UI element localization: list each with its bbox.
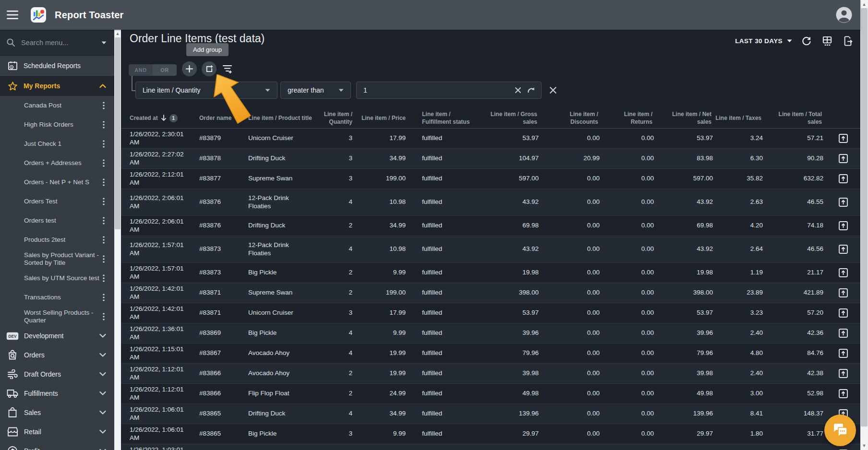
sidebar-report-item[interactable]: High Risk Orders — [0, 115, 114, 134]
add-quick-filter-button[interactable] — [221, 63, 234, 75]
and-or-toggle[interactable]: AND OR — [129, 64, 177, 76]
kebab-menu-icon[interactable] — [99, 158, 108, 168]
cell-gross-sales: 53.97 — [480, 132, 541, 144]
export-report-icon[interactable] — [842, 35, 855, 47]
kebab-menu-icon[interactable] — [99, 311, 108, 322]
filter-value-input[interactable]: 1 — [356, 82, 542, 99]
chevron-down-icon[interactable] — [101, 41, 107, 45]
sidebar-report-item[interactable]: Orders test — [0, 211, 114, 230]
menu-search[interactable]: Search menu... — [0, 30, 114, 56]
remove-condition-icon[interactable] — [548, 85, 558, 95]
kebab-menu-icon[interactable] — [99, 254, 108, 264]
sidebar-section[interactable]: Orders — [0, 345, 114, 365]
open-report-button[interactable] — [826, 242, 860, 256]
column-header-taxes[interactable]: Line item / Taxes — [715, 114, 765, 122]
scroll-down-icon[interactable]: ▼ — [860, 443, 868, 449]
open-report-button[interactable] — [826, 219, 860, 233]
or-toggle[interactable]: OR — [153, 64, 177, 76]
open-report-button[interactable] — [826, 387, 860, 401]
open-report-button[interactable] — [826, 306, 860, 320]
column-header-discounts[interactable]: Line item / Discounts — [541, 110, 602, 126]
column-header-net-sales[interactable]: Line item / Net sales — [656, 110, 715, 126]
sidebar-report-item[interactable]: Transactions — [0, 288, 114, 307]
sidebar-section[interactable]: Fulfillments — [0, 384, 114, 403]
open-report-button[interactable] — [826, 326, 860, 340]
column-header-quantity[interactable]: Line item / Quantity — [317, 110, 354, 126]
sidebar-report-item[interactable]: Just Check 1 — [0, 134, 114, 154]
sidebar-item-my-reports[interactable]: My Reports — [0, 76, 114, 96]
filter-operator-select[interactable]: greater than — [280, 82, 351, 99]
cell-product-title: Supreme Swan — [240, 173, 317, 185]
refresh-icon[interactable] — [800, 35, 813, 47]
orders-search-icon — [6, 350, 19, 360]
kebab-menu-icon[interactable] — [99, 235, 108, 245]
sidebar-report-item[interactable]: Canada Post — [0, 96, 114, 115]
sidebar-report-item[interactable]: Worst Selling Products - Quarter — [0, 307, 114, 326]
table-columns-icon[interactable] — [821, 35, 834, 47]
table-row: 1/26/2022, 1:15:01 AM#83867Avocado Ahoy4… — [121, 343, 860, 364]
cell-fulfillment-status: fulfilled — [408, 428, 480, 440]
kebab-menu-icon[interactable] — [99, 177, 108, 188]
kebab-menu-icon[interactable] — [99, 292, 108, 303]
sidebar-section[interactable]: Retail — [0, 422, 114, 441]
sidebar-item-scheduled-reports[interactable]: Scheduled Reports — [0, 56, 114, 76]
cell-net-sales: 39.96 — [656, 327, 715, 339]
open-report-button[interactable] — [826, 266, 860, 280]
sidebar-section[interactable]: DEV Development — [0, 326, 114, 345]
cell-fulfillment-status: fulfilled — [408, 327, 480, 339]
open-report-button[interactable] — [826, 367, 860, 380]
and-toggle[interactable]: AND — [129, 64, 153, 76]
kebab-menu-icon[interactable] — [99, 215, 108, 226]
column-header-total-sales[interactable]: Line item / Total sales — [765, 110, 826, 126]
chat-fab-button[interactable] — [824, 414, 856, 446]
column-header-returns[interactable]: Line item / Returns — [602, 110, 656, 126]
sidebar-report-item[interactable]: Sales by UTM Source test — [0, 269, 114, 288]
search-input[interactable]: Search menu... — [21, 39, 68, 47]
open-report-button[interactable] — [826, 172, 860, 186]
hamburger-menu-icon[interactable] — [7, 10, 19, 20]
add-filter-button[interactable] — [182, 61, 197, 76]
sidebar-scrollbar-thumb[interactable] — [115, 37, 121, 229]
open-report-button[interactable] — [826, 131, 860, 145]
sidebar-section[interactable]: Profit — [0, 441, 114, 450]
column-header-order-name[interactable]: Order name — [192, 114, 240, 122]
kebab-menu-icon[interactable] — [99, 273, 108, 284]
date-range-selector[interactable]: LAST 30 DAYS — [735, 37, 792, 45]
open-report-button[interactable] — [826, 286, 860, 300]
open-report-button[interactable] — [826, 152, 860, 166]
kebab-menu-icon[interactable] — [99, 119, 108, 130]
window-scrollbar-thumb[interactable] — [861, 8, 868, 426]
window-scrollbar[interactable]: ▲ ▼ — [860, 0, 868, 450]
sidebar-section[interactable]: Sales — [0, 403, 114, 422]
sidebar-scrollbar[interactable]: ▲ — [114, 30, 121, 450]
sidebar-section[interactable]: Draft Orders — [0, 365, 114, 384]
kebab-menu-icon[interactable] — [99, 100, 108, 111]
column-header-gross-sales[interactable]: Line item / Gross sales — [480, 110, 541, 126]
column-header-created-at[interactable]: Created at1 — [121, 114, 192, 122]
kebab-menu-icon[interactable] — [99, 139, 108, 149]
sidebar-report-item[interactable]: Sales by Product Variant - Sorted by Tit… — [0, 249, 114, 269]
scroll-up-icon[interactable]: ▲ — [114, 31, 121, 36]
account-icon[interactable] — [835, 6, 853, 24]
clear-value-icon[interactable] — [514, 86, 522, 94]
sidebar-report-item[interactable]: Orders Test — [0, 192, 114, 211]
sidebar-report-item[interactable]: Orders - Net P + Net S — [0, 173, 114, 192]
column-header-fulfillment-status[interactable]: Line item / Fulfillment status — [408, 110, 480, 126]
column-header-product-title[interactable]: Line item / Product title — [240, 114, 317, 122]
kebab-menu-icon[interactable] — [99, 196, 108, 207]
column-header-price[interactable]: Line item / Price — [354, 114, 408, 122]
sidebar-report-item[interactable]: Products 2test — [0, 230, 114, 249]
add-group-button[interactable] — [202, 61, 217, 76]
cell-gross-sales: 39.96 — [480, 327, 541, 339]
cell-gross-sales: 49.98 — [480, 388, 541, 400]
open-report-button[interactable] — [826, 346, 860, 360]
scroll-up-icon[interactable]: ▲ — [860, 1, 868, 7]
sidebar-report-item[interactable]: Orders + Addresses — [0, 154, 114, 173]
cell-returns: 0.00 — [602, 408, 656, 420]
filter-field-select[interactable]: Line item / Quantity — [135, 82, 277, 99]
open-report-button[interactable] — [826, 447, 860, 450]
report-item-label: Products 2test — [24, 236, 102, 244]
redo-icon[interactable] — [527, 86, 536, 95]
open-report-button[interactable] — [826, 195, 860, 209]
chevron-down-icon — [99, 372, 106, 377]
